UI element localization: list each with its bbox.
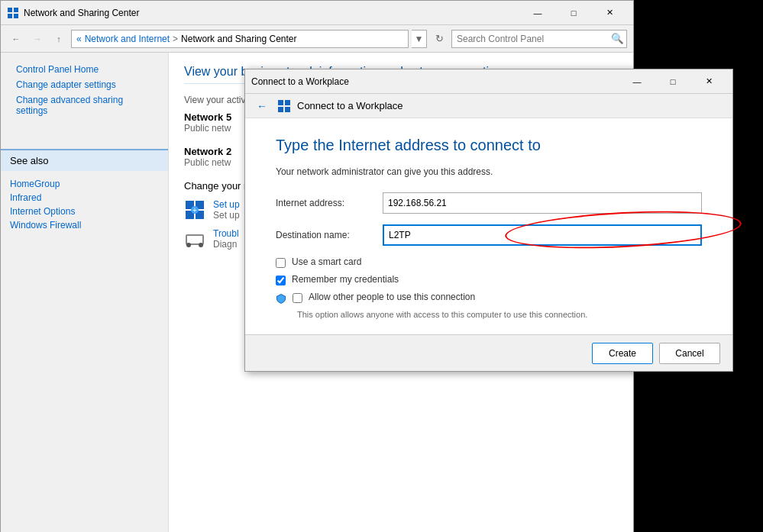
allow-others-label: Allow other people to use this connectio… bbox=[309, 292, 475, 302]
address-bar: ← → ↑ « Network and Internet > Network a… bbox=[1, 25, 633, 53]
see-also-title: See also bbox=[1, 149, 168, 171]
sidebar-control-panel-home[interactable]: Control Panel Home bbox=[1, 62, 168, 77]
smart-card-label: Use a smart card bbox=[292, 256, 361, 267]
back-button[interactable]: ← bbox=[7, 30, 25, 48]
svg-rect-2 bbox=[8, 14, 12, 18]
svg-rect-3 bbox=[14, 14, 18, 18]
refresh-button[interactable]: ↻ bbox=[430, 30, 448, 48]
minimize-button[interactable]: — bbox=[520, 1, 555, 25]
see-also-links: HomeGroup Infrared Internet Options Wind… bbox=[1, 171, 168, 238]
search-input[interactable] bbox=[452, 31, 608, 47]
create-button[interactable]: Create bbox=[592, 343, 653, 364]
smart-card-checkbox[interactable] bbox=[276, 258, 286, 268]
see-also-label: See also bbox=[10, 155, 49, 166]
dialog-minimize-button[interactable]: — bbox=[619, 69, 655, 94]
see-also-section: See also HomeGroup Infrared Internet Opt… bbox=[1, 149, 168, 238]
allow-others-section: Allow other people to use this connectio… bbox=[276, 292, 702, 319]
breadcrumb-separator: « bbox=[76, 34, 82, 44]
dialog-content: Type the Internet address to connect to … bbox=[245, 118, 732, 334]
dialog-nav-bar: ← Connect to a Workplace bbox=[245, 94, 732, 118]
svg-rect-14 bbox=[278, 100, 283, 105]
search-icon-button[interactable]: 🔍 bbox=[608, 31, 626, 47]
troubleshoot-desc: Diagn bbox=[213, 239, 239, 250]
dialog-window: Connect to a Workplace — □ ✕ ← Connect t… bbox=[244, 69, 733, 372]
see-also-windows-firewall[interactable]: Windows Firewall bbox=[10, 218, 159, 232]
maximize-button[interactable]: □ bbox=[556, 1, 591, 25]
remember-credentials-checkbox[interactable] bbox=[276, 276, 286, 285]
internet-address-input[interactable] bbox=[383, 192, 702, 214]
dialog-back-button[interactable]: ← bbox=[253, 97, 271, 115]
see-also-infrared[interactable]: Infrared bbox=[10, 191, 159, 205]
destination-name-label: Destination name: bbox=[276, 230, 383, 240]
dialog-heading: Type the Internet address to connect to bbox=[276, 137, 702, 154]
window-icon bbox=[7, 7, 19, 19]
allow-others-row: Allow other people to use this connectio… bbox=[276, 292, 702, 304]
window-title: Network and Sharing Center bbox=[24, 8, 520, 18]
remember-credentials-row: Remember my credentials bbox=[276, 274, 702, 285]
up-button[interactable]: ↑ bbox=[50, 30, 68, 48]
setup-text: Set up Set up bbox=[213, 199, 240, 221]
window-controls: — □ ✕ bbox=[520, 1, 627, 25]
sidebar: Control Panel Home Change adapter settin… bbox=[1, 53, 169, 532]
remember-credentials-label: Remember my credentials bbox=[292, 274, 399, 285]
troubleshoot-text: Troubl Diagn bbox=[213, 228, 239, 250]
dialog-nav-title: Connect to a Workplace bbox=[297, 100, 403, 111]
destination-name-row: Destination name: bbox=[276, 224, 702, 246]
internet-address-label: Internet address: bbox=[276, 198, 383, 208]
svg-rect-1 bbox=[14, 8, 18, 12]
allow-others-description: This option allows anyone with access to… bbox=[297, 310, 702, 319]
title-bar: Network and Sharing Center — □ ✕ bbox=[1, 1, 633, 25]
breadcrumb-part1[interactable]: Network and Internet bbox=[85, 34, 170, 44]
breadcrumb-arrow: > bbox=[173, 34, 178, 44]
setup-icon: + bbox=[184, 199, 205, 221]
checkbox-area: Use a smart card Remember my credentials… bbox=[276, 256, 702, 319]
dialog-nav-icon bbox=[277, 99, 291, 113]
sidebar-change-advanced[interactable]: Change advanced sharingsettings bbox=[1, 92, 168, 118]
destination-name-input[interactable] bbox=[383, 224, 702, 246]
forward-button[interactable]: → bbox=[28, 30, 47, 48]
see-also-homegroup[interactable]: HomeGroup bbox=[10, 177, 159, 191]
dialog-title-bar: Connect to a Workplace — □ ✕ bbox=[245, 69, 732, 94]
svg-text:+: + bbox=[192, 206, 197, 214]
search-box: 🔍 bbox=[451, 30, 627, 48]
allow-others-checkbox[interactable] bbox=[293, 293, 302, 303]
troubleshoot-link[interactable]: Troubl bbox=[213, 228, 239, 239]
svg-rect-16 bbox=[278, 107, 283, 112]
svg-point-12 bbox=[186, 243, 191, 247]
sidebar-change-adapter[interactable]: Change adapter settings bbox=[1, 77, 168, 92]
breadcrumb: « Network and Internet > Network and Sha… bbox=[71, 30, 409, 48]
dialog-footer: Create Cancel bbox=[245, 334, 732, 371]
setup-link[interactable]: Set up bbox=[213, 199, 240, 210]
svg-rect-0 bbox=[8, 8, 12, 12]
dialog-description: Your network administrator can give you … bbox=[276, 166, 702, 177]
svg-point-13 bbox=[199, 243, 203, 247]
breadcrumb-current: Network and Sharing Center bbox=[181, 34, 296, 44]
setup-desc: Set up bbox=[213, 210, 240, 221]
dialog-title: Connect to a Workplace bbox=[251, 76, 619, 87]
dialog-controls: — □ ✕ bbox=[619, 69, 726, 94]
svg-rect-15 bbox=[285, 100, 290, 105]
svg-rect-11 bbox=[187, 236, 202, 243]
internet-address-row: Internet address: bbox=[276, 192, 702, 214]
cancel-button[interactable]: Cancel bbox=[659, 343, 720, 364]
address-dropdown[interactable]: ▼ bbox=[412, 30, 427, 48]
dialog-maximize-button[interactable]: □ bbox=[655, 69, 690, 94]
smart-card-row: Use a smart card bbox=[276, 256, 702, 268]
dialog-close-button[interactable]: ✕ bbox=[691, 69, 726, 94]
see-also-internet-options[interactable]: Internet Options bbox=[10, 205, 159, 218]
shield-icon bbox=[276, 293, 286, 304]
svg-rect-17 bbox=[285, 107, 290, 112]
close-button[interactable]: ✕ bbox=[592, 1, 627, 25]
troubleshoot-icon bbox=[184, 228, 205, 250]
